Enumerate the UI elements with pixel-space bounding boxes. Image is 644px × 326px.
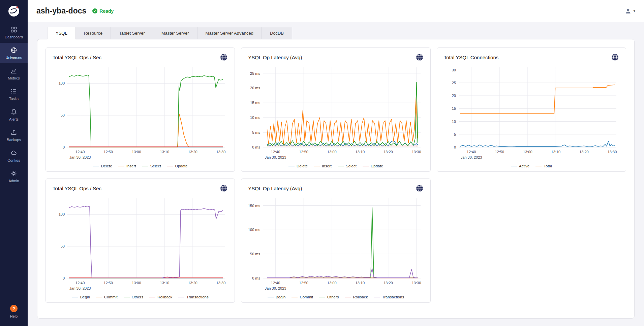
svg-text:13:00: 13:00	[132, 281, 141, 285]
chart-title: YSQL Op Latency (Avg)	[248, 55, 302, 60]
legend-swatch	[167, 166, 173, 166]
svg-text:10 ms: 10 ms	[250, 116, 260, 120]
legend-item[interactable]: Delete	[93, 164, 112, 168]
chart-plot: 12:40Jan 30, 202312:5013:0013:1013:2013:…	[51, 194, 230, 294]
legend-item[interactable]: Delete	[288, 164, 308, 168]
legend-item[interactable]: Total	[535, 164, 552, 168]
configs-icon	[10, 150, 17, 156]
sidebar-item-label: Tasks	[9, 97, 19, 101]
svg-text:0: 0	[63, 145, 65, 149]
svg-text:Jan 30, 2023: Jan 30, 2023	[265, 155, 286, 159]
dashboard-icon	[10, 26, 17, 33]
legend-item[interactable]: Update	[363, 164, 383, 168]
chart-region-globe-icon[interactable]	[416, 184, 424, 192]
legend-item[interactable]: Begin	[72, 295, 90, 299]
chart-card-ysql-transactions-ops: Total YSQL Ops / Sec 12:40Jan 30, 202312…	[45, 178, 235, 303]
sidebar-item-universes[interactable]: Universes	[0, 43, 28, 63]
tab-master-server-advanced[interactable]: Master Server Advanced	[197, 27, 262, 39]
sidebar-item-configs[interactable]: Configs	[0, 145, 28, 166]
legend-swatch	[178, 297, 184, 297]
alerts-icon	[10, 108, 17, 115]
chart-region-globe-icon[interactable]	[220, 184, 228, 192]
tab-ysql[interactable]: YSQL	[47, 27, 76, 39]
chart-card-ysql-latency: YSQL Op Latency (Avg) 12:40Jan 30, 20231…	[241, 47, 430, 172]
legend-swatch	[535, 166, 542, 166]
svg-text:10: 10	[452, 120, 456, 124]
legend-swatch	[363, 166, 369, 166]
svg-text:12:50: 12:50	[103, 150, 113, 154]
svg-text:12:40: 12:40	[466, 150, 476, 154]
legend-item[interactable]: Commit	[292, 295, 313, 299]
app-logo[interactable]	[0, 0, 28, 22]
status-label: Ready	[99, 8, 114, 14]
legend-item[interactable]: Select	[338, 164, 357, 168]
svg-text:100: 100	[59, 212, 65, 216]
sidebar-item-dashboard[interactable]: Dashboard	[0, 22, 28, 43]
svg-text:Jan 30, 2023: Jan 30, 2023	[460, 155, 482, 159]
legend-item[interactable]: Active	[511, 164, 529, 168]
chart-region-globe-icon[interactable]	[611, 53, 619, 61]
svg-text:13:30: 13:30	[412, 281, 421, 285]
svg-text:12:40: 12:40	[271, 150, 280, 154]
svg-text:13:10: 13:10	[551, 150, 560, 154]
status-badge: ✓ Ready	[92, 8, 114, 14]
legend-item[interactable]: Transactions	[178, 295, 208, 299]
backups-icon	[10, 129, 17, 136]
svg-text:50: 50	[61, 244, 65, 248]
universe-title: ash-yba-docs	[36, 6, 86, 15]
sidebar-item-backups[interactable]: Backups	[0, 125, 28, 145]
sidebar-item-alerts[interactable]: Alerts	[0, 104, 28, 125]
svg-text:100: 100	[59, 81, 65, 85]
chart-plot: 12:40Jan 30, 202312:5013:0013:1013:2013:…	[442, 63, 621, 163]
svg-text:13:30: 13:30	[216, 281, 226, 285]
tab-resource[interactable]: Resource	[75, 27, 111, 39]
legend-item[interactable]: Update	[167, 164, 188, 168]
page-header: ash-yba-docs ✓ Ready ▾	[28, 0, 644, 22]
legend-swatch	[118, 166, 124, 166]
legend-item[interactable]: Rollback	[149, 295, 172, 299]
svg-text:13:30: 13:30	[412, 150, 421, 154]
chart-title: Total YSQL Ops / Sec	[53, 186, 101, 191]
svg-text:50: 50	[61, 113, 65, 117]
svg-text:12:40: 12:40	[75, 150, 85, 154]
legend-item[interactable]: Begin	[268, 295, 285, 299]
svg-text:13:00: 13:00	[327, 150, 337, 154]
legend-swatch	[511, 166, 517, 166]
legend-item[interactable]: Others	[124, 295, 144, 299]
sidebar-item-label: Universes	[6, 56, 22, 60]
sidebar-item-admin[interactable]: Admin	[0, 166, 28, 187]
universes-icon	[10, 47, 17, 54]
svg-text:20 ms: 20 ms	[250, 86, 260, 90]
legend-item[interactable]: Insert	[118, 164, 136, 168]
legend-item[interactable]: Transactions	[374, 295, 404, 299]
sidebar-item-tasks[interactable]: Tasks	[0, 84, 28, 104]
user-icon	[625, 8, 632, 14]
legend-item[interactable]: Insert	[314, 164, 332, 168]
legend-swatch	[319, 297, 325, 297]
chart-region-globe-icon[interactable]	[220, 53, 228, 61]
legend-item[interactable]: Select	[142, 164, 161, 168]
svg-text:25 ms: 25 ms	[250, 71, 260, 75]
legend-swatch	[345, 297, 351, 297]
legend-item[interactable]: Rollback	[345, 295, 368, 299]
legend-item[interactable]: Commit	[96, 295, 118, 299]
chart-card-ysql-connections: Total YSQL Connections 12:40Jan 30, 2023…	[437, 47, 626, 172]
tab-tablet-server[interactable]: Tablet Server	[111, 27, 153, 39]
sidebar-item-label: Backups	[7, 138, 21, 142]
sidebar-item-label: Metrics	[8, 76, 20, 80]
svg-text:13:30: 13:30	[607, 150, 617, 154]
chart-card-ysql-ops: Total YSQL Ops / Sec 12:40Jan 30, 202312…	[45, 47, 235, 172]
legend-swatch	[142, 166, 148, 166]
help-icon: ?	[10, 305, 18, 312]
sidebar-item-help[interactable]: ? Help	[0, 301, 28, 322]
tab-master-server[interactable]: Master Server	[153, 27, 197, 39]
chart-region-globe-icon[interactable]	[416, 53, 424, 61]
svg-text:12:50: 12:50	[495, 150, 504, 154]
svg-text:25: 25	[452, 81, 456, 85]
legend-item[interactable]: Others	[319, 295, 339, 299]
svg-text:13:20: 13:20	[384, 150, 393, 154]
user-menu-button[interactable]: ▾	[625, 8, 635, 14]
sidebar-item-metrics[interactable]: Metrics	[0, 63, 28, 84]
tab-docdb[interactable]: DocDB	[262, 27, 292, 39]
svg-text:15: 15	[452, 106, 456, 110]
